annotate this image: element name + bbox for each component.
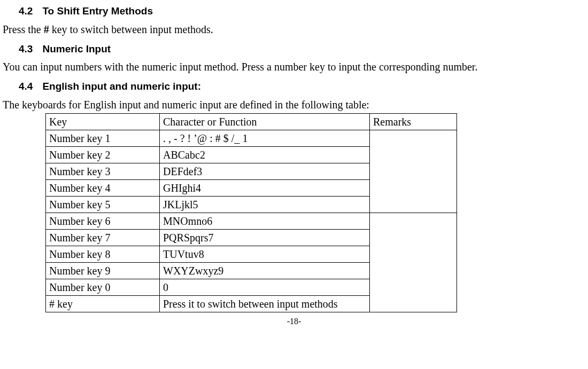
cell-key: Number key 7 [46,229,160,246]
cell-key: Number key 6 [46,213,160,229]
page-number: -18- [3,316,585,327]
heading-4-2: 4.2To Shift Entry Methods [19,4,585,19]
cell-char: JKLjkl5 [160,196,370,213]
cell-char: 0 [160,279,370,295]
heading-4-4: 4.4English input and numeric input: [19,80,585,94]
cell-remarks [370,213,457,312]
text: key to switch between input methods. [49,23,213,35]
cell-key: Number key 9 [46,262,160,279]
cell-key: Number key 1 [46,130,160,146]
heading-number: 4.3 [19,42,33,57]
text: Press the [3,23,44,35]
keyboard-table: Key Character or Function Remarks Number… [45,113,457,312]
heading-title: English input and numeric input: [42,81,201,92]
cell-remarks [370,130,457,213]
cell-key: # key [46,295,160,312]
table-row: Number key 6 MNOmno6 [46,213,457,229]
cell-char: Press it to switch between input methods [160,295,370,312]
paragraph-4-2: Press the # key to switch between input … [3,22,585,37]
cell-char: PQRSpqrs7 [160,229,370,246]
header-char: Character or Function [160,113,370,130]
heading-4-3: 4.3Numeric Input [19,42,585,57]
heading-number: 4.2 [19,4,33,19]
cell-char: DEFdef3 [160,163,370,179]
cell-key: Number key 8 [46,246,160,262]
cell-key: Number key 2 [46,146,160,163]
paragraph-4-3: You can input numbers with the numeric i… [3,59,585,74]
hash-key-text: # [44,23,49,35]
cell-char: . , - ? ! ’@ : # $ /_ 1 [160,130,370,146]
cell-char: ABCabc2 [160,146,370,163]
heading-title: To Shift Entry Methods [42,5,153,17]
cell-char: MNOmno6 [160,213,370,229]
cell-char: WXYZwxyz9 [160,262,370,279]
cell-key: Number key 4 [46,179,160,196]
table-row: Number key 1 . , - ? ! ’@ : # $ /_ 1 [46,130,457,146]
cell-char: GHIghi4 [160,179,370,196]
cell-key: Number key 0 [46,279,160,295]
header-key: Key [46,113,160,130]
cell-key: Number key 5 [46,196,160,213]
heading-number: 4.4 [19,80,33,94]
header-remarks: Remarks [370,113,457,130]
table-header-row: Key Character or Function Remarks [46,113,457,130]
cell-char: TUVtuv8 [160,246,370,262]
cell-key: Number key 3 [46,163,160,179]
heading-title: Numeric Input [42,43,111,54]
paragraph-4-4: The keyboards for English input and nume… [3,97,585,112]
